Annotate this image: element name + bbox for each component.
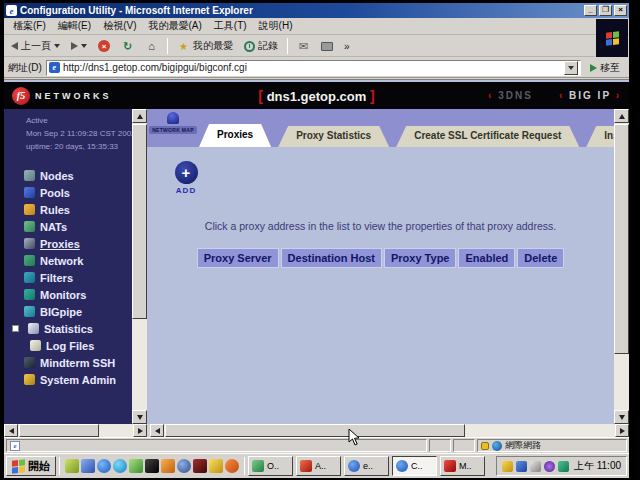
scroll-up-button[interactable] <box>132 109 147 123</box>
column-destination-host[interactable]: Destination Host <box>281 248 382 268</box>
column-proxy-type[interactable]: Proxy Type <box>384 248 457 268</box>
scroll-left-button[interactable] <box>150 424 164 437</box>
quick-launch-icon[interactable] <box>193 459 207 473</box>
stop-button[interactable] <box>94 39 114 53</box>
mail-button[interactable] <box>293 39 314 54</box>
scroll-left-button[interactable] <box>4 424 18 437</box>
scroll-right-icon <box>138 428 143 434</box>
column-delete[interactable]: Delete <box>517 248 564 268</box>
menu-file[interactable]: 檔案(F) <box>8 18 51 34</box>
address-dropdown-button[interactable] <box>564 61 578 75</box>
tray-icon[interactable] <box>516 461 527 472</box>
sidebar-item-nodes[interactable]: Nodes <box>4 167 132 184</box>
scroll-right-button[interactable] <box>133 424 147 437</box>
column-enabled[interactable]: Enabled <box>458 248 515 268</box>
sidebar-item-bigpipe[interactable]: BIGpipe <box>4 303 132 320</box>
scrollbar-thumb[interactable] <box>165 424 465 437</box>
task-button[interactable]: M.. <box>440 456 485 476</box>
nats-icon <box>24 221 35 232</box>
status-message-panel <box>6 439 427 452</box>
quick-launch-icon[interactable] <box>129 459 143 473</box>
scrollbar-thumb[interactable] <box>19 424 99 437</box>
ie-window-icon <box>6 5 17 16</box>
sidebar-item-pools[interactable]: Pools <box>4 184 132 201</box>
sidebar-item-network[interactable]: Network <box>4 252 132 269</box>
add-button-label: ADD <box>169 186 203 195</box>
sidebar-item-proxies[interactable]: Proxies <box>4 235 132 252</box>
column-proxy-server[interactable]: Proxy Server <box>197 248 279 268</box>
tab-install-ssl-certificate[interactable]: Install SSL Certif <box>586 126 614 147</box>
scroll-left-icon <box>155 428 160 434</box>
favorites-button[interactable]: 我的最愛 <box>173 38 237 54</box>
quick-launch-icon[interactable] <box>225 459 239 473</box>
quick-launch-icon[interactable] <box>113 459 127 473</box>
quick-launch-icon[interactable] <box>209 459 223 473</box>
window-titlebar[interactable]: Configuration Utility - Microsoft Intern… <box>4 3 629 18</box>
sidebar-item-monitors[interactable]: Monitors <box>4 286 132 303</box>
links-overflow-button[interactable]: » <box>340 40 354 53</box>
scroll-right-icon <box>620 428 625 434</box>
main-vertical-scrollbar[interactable] <box>614 109 629 424</box>
task-app-icon <box>444 460 456 472</box>
go-button[interactable]: 移至 <box>585 60 625 76</box>
quick-launch-icon[interactable] <box>145 459 159 473</box>
scroll-down-button[interactable] <box>132 410 147 424</box>
start-button[interactable]: 開始 <box>6 456 56 476</box>
forward-dropdown-icon[interactable] <box>81 44 87 48</box>
close-button[interactable]: × <box>614 5 627 16</box>
main-horizontal-scrollbar[interactable] <box>150 424 629 437</box>
tray-icon[interactable] <box>502 461 513 472</box>
maximize-button[interactable]: ❐ <box>599 5 612 16</box>
tray-icon[interactable] <box>544 461 555 472</box>
system-status: Active Mon Sep 2 11:09:28 CST 2002 uptim… <box>4 109 132 153</box>
expand-icon[interactable] <box>12 325 19 332</box>
sidebar-item-mindterm-ssh[interactable]: Mindterm SSH <box>4 354 132 371</box>
task-button[interactable]: A.. <box>296 456 341 476</box>
tab-proxy-statistics[interactable]: Proxy Statistics <box>278 126 389 147</box>
tab-create-ssl-certificate-request[interactable]: Create SSL Certificate Request <box>396 126 579 147</box>
sidebar-item-log-files[interactable]: Log Files <box>4 337 132 354</box>
back-button[interactable]: 上一頁 <box>7 38 64 54</box>
scroll-down-icon <box>137 415 143 420</box>
quick-launch-icon[interactable] <box>97 459 111 473</box>
scrollbar-thumb[interactable] <box>132 124 147 319</box>
home-button[interactable] <box>141 39 162 54</box>
back-dropdown-icon[interactable] <box>54 44 60 48</box>
menu-favorites[interactable]: 我的最愛(A) <box>143 18 206 34</box>
menu-view[interactable]: 檢視(V) <box>98 18 141 34</box>
network-map-button[interactable]: NETWORK MAP <box>151 112 195 142</box>
quick-launch-icon[interactable] <box>177 459 191 473</box>
tray-icon[interactable] <box>558 461 569 472</box>
sidebar-vertical-scrollbar[interactable] <box>132 109 147 424</box>
task-button[interactable]: e.. <box>344 456 389 476</box>
sidebar-item-nats[interactable]: NATs <box>4 218 132 235</box>
minimize-button[interactable]: _ <box>584 5 597 16</box>
sidebar-horizontal-scrollbar[interactable] <box>4 424 147 437</box>
tray-icon[interactable] <box>530 461 541 472</box>
history-button[interactable]: 記錄 <box>240 38 282 54</box>
sidebar-item-statistics[interactable]: Statistics <box>4 320 132 337</box>
menu-help[interactable]: 說明(H) <box>254 18 298 34</box>
scroll-up-button[interactable] <box>614 109 629 123</box>
add-proxy-button[interactable]: + <box>175 161 198 184</box>
task-button-active[interactable]: C.. <box>392 456 437 476</box>
task-button[interactable]: O.. <box>248 456 293 476</box>
menu-tools[interactable]: 工具(T) <box>209 18 252 34</box>
sidebar-item-filters[interactable]: Filters <box>4 269 132 286</box>
sidebar-item-rules[interactable]: Rules <box>4 201 132 218</box>
sidebar-item-system-admin[interactable]: System Admin <box>4 371 132 388</box>
forward-button[interactable] <box>67 41 91 51</box>
tab-proxies[interactable]: Proxies <box>199 124 271 147</box>
refresh-button[interactable] <box>117 39 138 54</box>
network-icon <box>24 255 35 266</box>
scroll-right-button[interactable] <box>615 424 629 437</box>
scroll-down-button[interactable] <box>614 410 629 424</box>
bracket-left: [ <box>258 88 263 104</box>
menu-edit[interactable]: 編輯(E) <box>53 18 96 34</box>
quick-launch-icon[interactable] <box>81 459 95 473</box>
print-button[interactable] <box>317 41 337 52</box>
scrollbar-thumb[interactable] <box>614 124 629 354</box>
quick-launch-icon[interactable] <box>161 459 175 473</box>
address-input[interactable] <box>63 62 564 73</box>
quick-launch-icon[interactable] <box>65 459 79 473</box>
